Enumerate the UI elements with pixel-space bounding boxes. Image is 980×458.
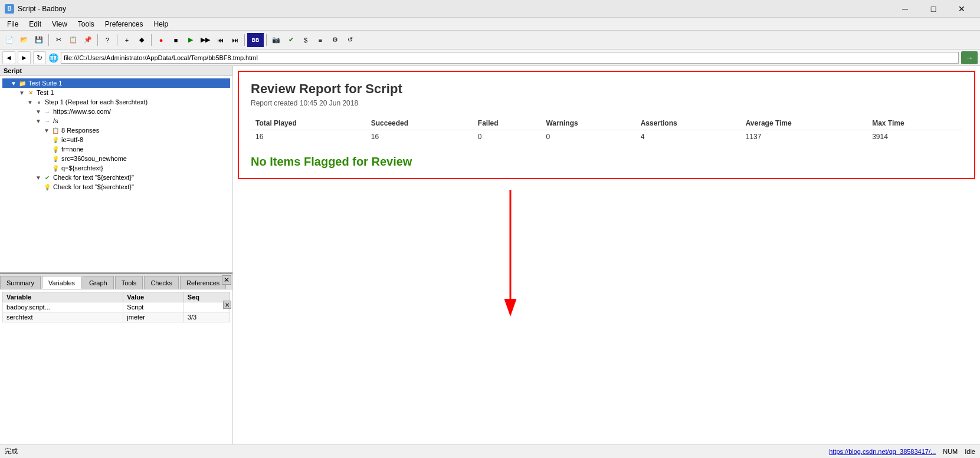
- tree-node-testsuite[interactable]: ▼ 📁 Test Suite 1: [2, 78, 230, 88]
- cut-button[interactable]: ✂: [51, 33, 65, 47]
- val-warnings: 0: [541, 130, 635, 144]
- open-button[interactable]: 📂: [17, 33, 31, 47]
- menu-edit[interactable]: Edit: [24, 19, 46, 29]
- tree-node-check1[interactable]: ▼ ✔ Check for text "${serchtext}": [2, 173, 230, 182]
- script-tree[interactable]: ▼ 📁 Test Suite 1 ▼ ✕ Test 1 ▼ ● Step 1 (…: [0, 76, 232, 273]
- maximize-button[interactable]: □: [920, 0, 947, 18]
- param-icon-4: 💡: [51, 164, 60, 172]
- go-button[interactable]: →: [961, 51, 978, 64]
- val-maxtime: 3914: [867, 130, 962, 144]
- menu-help[interactable]: Help: [149, 19, 173, 29]
- dollar-button[interactable]: $: [299, 33, 313, 47]
- tree-label-param1: ie=utf-8: [61, 136, 83, 143]
- table-row: badboy.script... Script: [3, 302, 230, 312]
- tree-title: Script: [4, 67, 22, 74]
- forward-button[interactable]: ►: [18, 51, 31, 64]
- save-button[interactable]: 💾: [32, 33, 46, 47]
- col-warnings: Warnings: [541, 117, 635, 130]
- sep-5: [244, 34, 245, 46]
- report-container: Review Report for Script Report created …: [238, 71, 975, 179]
- app-title: Script - Badboy: [18, 5, 66, 13]
- red-arrow-area: [233, 184, 980, 361]
- report-subtitle: Report created 10:45 20 Jun 2018: [251, 99, 962, 107]
- check-icon-1: ✔: [42, 173, 52, 182]
- tab-tools[interactable]: Tools: [115, 276, 143, 289]
- left-panel: Script ▼ 📁 Test Suite 1 ▼ ✕ Test 1 ▼ ● S…: [0, 66, 233, 444]
- play-button[interactable]: ▶: [183, 33, 198, 47]
- menu-tools[interactable]: Tools: [73, 19, 99, 29]
- var-value-2: jmeter: [123, 312, 184, 322]
- report-title: Review Report for Script: [251, 81, 962, 97]
- refresh-nav-button[interactable]: ↻: [33, 51, 46, 64]
- col-header-variable: Variable: [3, 292, 123, 302]
- variable-button[interactable]: ◆: [135, 33, 149, 47]
- tree-node-param3[interactable]: 💡 src=360sou_newhome: [2, 154, 230, 163]
- status-link: https://blog.csdn.net/qq_38583417/...: [829, 448, 936, 455]
- status-text: 完成: [5, 447, 18, 456]
- tree-label-check1: Check for text "${serchtext}": [53, 174, 134, 181]
- prev-button[interactable]: ⏮: [213, 33, 227, 47]
- report-button[interactable]: ≡: [313, 33, 327, 47]
- tree-close-button[interactable]: ✕: [223, 301, 231, 309]
- menu-view[interactable]: View: [47, 19, 72, 29]
- refresh-button[interactable]: ↺: [343, 33, 357, 47]
- variables-table: Variable Value Seq badboy.script... Scri…: [2, 292, 230, 322]
- tree-node-param4[interactable]: 💡 q=${serchtext}: [2, 163, 230, 173]
- back-button[interactable]: ◄: [2, 51, 15, 64]
- tab-variables[interactable]: Variables: [42, 276, 81, 289]
- val-assertions: 4: [636, 130, 741, 144]
- browser-icon: 🌐: [48, 53, 58, 62]
- url-arrow-icon: →: [42, 107, 52, 116]
- menu-preferences[interactable]: Preferences: [100, 19, 148, 29]
- menu-file[interactable]: File: [2, 19, 23, 29]
- no-items-label: No Items Flagged for Review: [251, 155, 962, 169]
- tree-node-test1[interactable]: ▼ ✕ Test 1: [2, 88, 230, 97]
- badboy-logo[interactable]: BB: [247, 33, 264, 47]
- tab-checks[interactable]: Checks: [144, 276, 179, 289]
- col-succeeded: Succeeded: [366, 117, 473, 130]
- bottom-panel-close[interactable]: ✕: [222, 275, 231, 285]
- tree-node-url1[interactable]: ▼ → https://www.so.com/: [2, 107, 230, 116]
- url-input[interactable]: [61, 52, 959, 64]
- settings-button[interactable]: ⚙: [328, 33, 342, 47]
- tree-node-param2[interactable]: 💡 fr=none: [2, 144, 230, 154]
- tree-node-check2[interactable]: 💡 Check for text "${serchtext}": [2, 182, 230, 192]
- address-bar: ◄ ► ↻ 🌐 →: [0, 50, 980, 66]
- tab-references[interactable]: References: [180, 276, 226, 289]
- play-all-button[interactable]: ▶▶: [198, 33, 212, 47]
- minimize-button[interactable]: ─: [891, 0, 919, 18]
- close-button[interactable]: ✕: [948, 0, 975, 18]
- new-button[interactable]: 📄: [2, 33, 17, 47]
- tree-node-responses[interactable]: ▼ 📋 8 Responses: [2, 126, 230, 135]
- tree-node-param1[interactable]: 💡 ie=utf-8: [2, 135, 230, 144]
- tab-summary[interactable]: Summary: [0, 276, 41, 289]
- param-icon-1: 💡: [51, 136, 60, 144]
- check-button[interactable]: ✔: [284, 33, 298, 47]
- status-bar: 完成 https://blog.csdn.net/qq_38583417/...…: [0, 444, 980, 458]
- tree-node-step1[interactable]: ▼ ● Step 1 (Repeat for each $serchtext): [2, 97, 230, 107]
- record-button[interactable]: ●: [154, 33, 168, 47]
- step-button[interactable]: ⏭: [228, 33, 242, 47]
- tree-label-test1: Test 1: [37, 89, 54, 96]
- screenshot-button[interactable]: 📷: [269, 33, 283, 47]
- expand-icon-testsuite: ▼: [11, 80, 18, 87]
- param-icon-2: 💡: [51, 145, 60, 153]
- toolbar: 📄 📂 💾 ✂ 📋 📌 ? + ◆ ● ■ ▶ ▶▶ ⏮ ⏭ BB 📷 ✔ $ …: [0, 31, 980, 50]
- red-arrow-indicator: [493, 190, 528, 319]
- copy-button[interactable]: 📋: [66, 33, 80, 47]
- expand-icon-check2: [35, 184, 42, 190]
- paste-button[interactable]: 📌: [81, 33, 95, 47]
- val-succeeded: 16: [366, 130, 473, 144]
- add-step-button[interactable]: +: [120, 33, 134, 47]
- title-bar-left: B Script - Badboy: [5, 4, 66, 14]
- help-button[interactable]: ?: [100, 33, 114, 47]
- bottom-tab-bar: Summary Variables Graph Tools Checks Ref…: [0, 274, 232, 289]
- tab-graph[interactable]: Graph: [83, 276, 114, 289]
- stop-button[interactable]: ■: [169, 33, 183, 47]
- sep-1: [48, 34, 49, 46]
- tree-node-url2[interactable]: ▼ → /s: [2, 116, 230, 126]
- expand-icon-param1: [44, 137, 51, 143]
- test-icon: ✕: [26, 88, 35, 97]
- var-value-1: Script: [123, 302, 184, 312]
- num-lock-indicator: NUM: [943, 448, 958, 455]
